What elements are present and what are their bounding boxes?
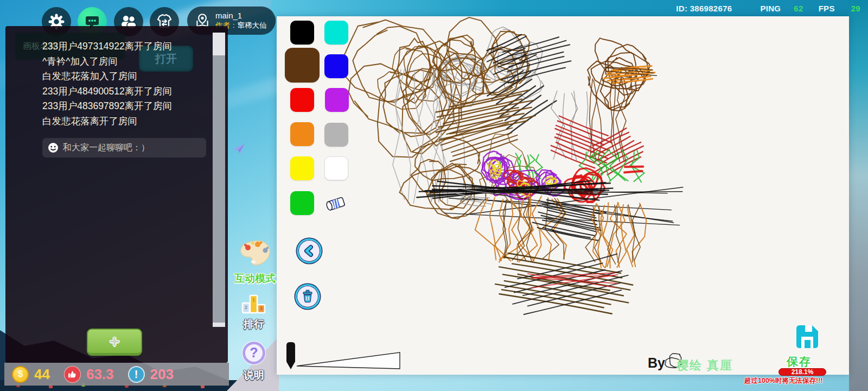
paper-plane-icon <box>231 141 246 156</box>
swatch-black[interactable] <box>290 21 314 45</box>
ranking-label: 排行 <box>238 317 270 331</box>
chat-placeholder: 和大家一起聊聊吧：） <box>63 142 150 154</box>
ranking-button[interactable]: 2 1 3 排行 <box>238 291 270 331</box>
chat-message-list: 233用户497314922离开了房间 ^青衿^加入了房间 白发悲花落加入了房间… <box>42 39 205 129</box>
like-icon <box>64 366 81 383</box>
chat-input[interactable]: 和大家一起聊聊吧：） <box>42 138 206 157</box>
trash-icon <box>299 288 316 305</box>
chat-message: 233用户483697892离开了房间 <box>42 99 205 114</box>
swatch-orange[interactable] <box>290 122 314 146</box>
add-button[interactable]: + <box>87 329 142 356</box>
network-hud: ID: 386982676 PING 62 FPS 29 <box>676 4 860 13</box>
game-screen: ID: 386982676 PING 62 FPS 29 <box>0 0 868 391</box>
svg-text:2: 2 <box>245 305 247 310</box>
chat-message: 233用户497314922离开了房间 <box>42 39 205 54</box>
fps-label: FPS <box>819 4 835 13</box>
plus-glyph: + <box>110 331 120 351</box>
swatch-gray[interactable] <box>324 123 348 147</box>
ping-value: 62 <box>794 4 803 13</box>
help-label: 说明 <box>239 368 269 382</box>
drawing-canvas[interactable] <box>277 16 849 375</box>
coin-icon: $ <box>12 366 29 383</box>
swatch-blue[interactable] <box>324 54 348 78</box>
capacity-bar: 218.1% <box>778 368 826 376</box>
signature-by: By <box>648 355 665 371</box>
session-id: ID: 386982676 <box>676 4 732 13</box>
room-name: main_1 <box>215 11 267 21</box>
right-world-band <box>849 0 868 391</box>
save-warning: 超过100%时将无法保存!!! <box>744 376 845 386</box>
signature-artist: 樱绘 真厘 <box>676 357 733 374</box>
ping-label: PING <box>760 4 781 13</box>
undo-button[interactable] <box>297 238 322 263</box>
svg-text:1: 1 <box>252 297 255 302</box>
floppy-disk-icon <box>792 321 822 352</box>
swatch-purple[interactable] <box>325 88 349 112</box>
question-mark-icon: ? <box>241 340 267 366</box>
chat-scrollbar-thumb[interactable] <box>213 55 225 323</box>
fps-value: 29 <box>851 4 860 13</box>
author-name: 窜稀大仙 <box>238 21 267 29</box>
help-button[interactable]: ? 说明 <box>239 340 269 382</box>
like-count: 63.3 <box>86 366 114 383</box>
chat-message: ^青衿^加入了房间 <box>42 54 205 70</box>
chat-scrollbar[interactable] <box>213 33 225 327</box>
swatch-red[interactable] <box>290 88 314 112</box>
alert-icon: ! <box>128 366 145 383</box>
slider-thumb[interactable] <box>286 342 295 369</box>
swatch-yellow[interactable] <box>290 156 314 180</box>
slider-wedge <box>297 352 400 369</box>
undo-chevron-icon <box>301 243 317 259</box>
interactive-mode-button[interactable]: 互动模式 <box>232 238 278 286</box>
ticket-count: 203 <box>150 366 174 383</box>
chat-panel: 画板名称 打开 233用户497314922离开了房间 ^青衿^加入了房间 白发… <box>5 26 228 363</box>
podium-icon: 2 1 3 <box>240 291 267 315</box>
eraser-icon <box>323 192 349 215</box>
capacity-value: 218.1% <box>792 368 814 376</box>
brush-size-slider[interactable] <box>285 341 410 374</box>
paint-app: By 樱绘 真厘 保存 218.1% 超过100%时将无法保存!!! <box>277 16 849 375</box>
send-message-button[interactable] <box>231 141 246 156</box>
clear-button[interactable] <box>295 284 320 309</box>
swatch-brown-selected[interactable] <box>285 48 320 83</box>
emoji-icon[interactable] <box>48 142 59 153</box>
chat-message: 白发悲花落加入了房间 <box>42 69 205 84</box>
save-button[interactable] <box>792 321 822 352</box>
swatch-cyan[interactable] <box>324 21 348 45</box>
chat-message: 233用户484900512离开了房间 <box>42 84 205 99</box>
save-label: 保存 <box>787 354 812 369</box>
palette-icon <box>237 238 273 269</box>
swatch-green[interactable] <box>290 191 314 215</box>
eraser-tool[interactable] <box>323 192 349 215</box>
svg-text:?: ? <box>250 345 258 360</box>
chat-message: 白发悲花落离开了房间 <box>42 114 205 129</box>
wallet-bar: $ 44 63.3 ! 203 <box>4 363 229 386</box>
svg-text:3: 3 <box>260 306 263 311</box>
interactive-mode-label: 互动模式 <box>232 272 278 286</box>
coin-count: 44 <box>34 366 50 383</box>
swatch-white[interactable] <box>324 156 348 180</box>
